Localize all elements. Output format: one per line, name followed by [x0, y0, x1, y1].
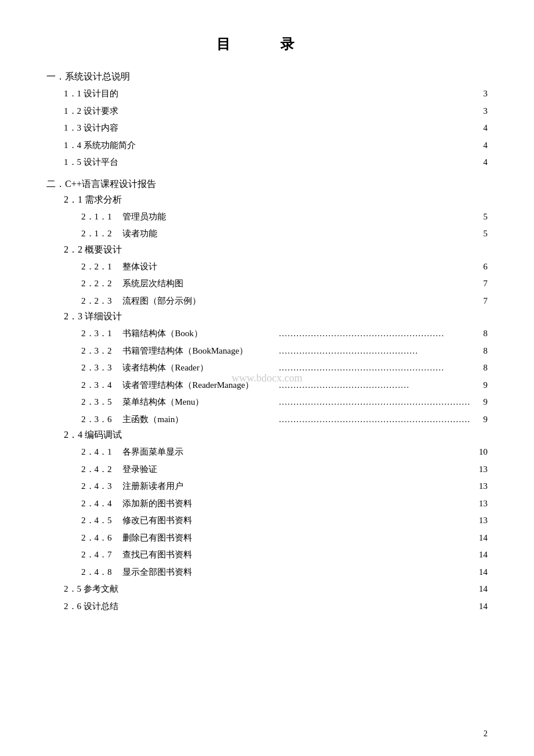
- toc-entry: 2．6 设计总结14: [46, 599, 488, 614]
- toc-entry: 2．1．2 读者功能5: [46, 226, 488, 242]
- toc-container: 一．系统设计总说明1．1 设计目的31．2 设计要求31．3 设计内容41．4 …: [46, 71, 488, 614]
- toc-entry-page: 13: [470, 479, 488, 494]
- toc-entry-label: 1．4 系统功能简介: [64, 138, 470, 153]
- toc-dots-filler: ………………………………………: [279, 378, 476, 393]
- toc-entry: 2．4．7 查找已有图书资料14: [46, 548, 488, 563]
- toc-entry-page: 6: [470, 260, 488, 275]
- toc-entry-page: 5: [470, 210, 488, 225]
- toc-entry-page: 7: [470, 276, 488, 291]
- toc-entry-label: 1．2 设计要求: [64, 104, 470, 119]
- toc-entry-label: 2．4．2 登录验证: [81, 462, 470, 477]
- toc-entry-label: 2．4．8 显示全部图书资料: [81, 565, 470, 580]
- toc-dots-page: 9: [476, 412, 488, 427]
- toc-sub-section: 2．2 概要设计: [46, 244, 488, 256]
- toc-entry: 2．4．5 修改已有图书资料13: [46, 513, 488, 528]
- toc-entry: 2．2．1 整体设计6: [46, 260, 488, 275]
- toc-entry-page: 13: [470, 513, 488, 528]
- toc-entry-page: 4: [470, 121, 488, 136]
- toc-dots-page: 8: [476, 361, 488, 376]
- toc-dots-filler: …………………………………………………: [279, 326, 476, 341]
- toc-entry-label: 2．1．1 管理员功能: [81, 210, 470, 225]
- toc-entry-page: 5: [470, 226, 488, 242]
- toc-dots-filler: …………………………………………………………: [279, 412, 476, 427]
- toc-sub-section: 2．3 详细设计: [46, 311, 488, 323]
- toc-entry-label: 2．4．6 删除已有图书资料: [81, 531, 470, 546]
- page-title: 目 录: [46, 35, 488, 53]
- toc-entry-label: 2．2．3 流程图（部分示例）: [81, 294, 470, 309]
- toc-dots-page: 8: [476, 344, 488, 359]
- toc-entry-page: 10: [470, 445, 488, 460]
- toc-entry-label: 2．4．5 修改已有图书资料: [81, 513, 470, 528]
- toc-entry-label: 2．4．7 查找已有图书资料: [81, 548, 470, 563]
- toc-entry-label: 2．2．2 系统层次结构图: [81, 276, 470, 291]
- toc-dots-page: 8: [476, 326, 488, 341]
- toc-entry-page: 14: [470, 599, 488, 614]
- toc-entry-page: 4: [470, 155, 488, 170]
- toc-dots-label: 2．3．1 书籍结构体（Book）: [81, 326, 279, 341]
- toc-entry: 1．5 设计平台4: [46, 155, 488, 170]
- toc-entry-label: 2．6 设计总结: [64, 599, 470, 614]
- toc-entry-label: 2．1．2 读者功能: [81, 226, 470, 242]
- toc-section-title: 二．C++语言课程设计报告: [46, 178, 488, 190]
- toc-section-title: 一．系统设计总说明: [46, 71, 488, 83]
- toc-dots-entry: 2．3．5 菜单结构体（Menu）…………………………………………………………9: [46, 395, 488, 410]
- toc-entry-label: 1．3 设计内容: [64, 121, 470, 136]
- toc-dots-entry: 2．3．2 书籍管理结构体（BookManage）…………………………………………: [46, 344, 488, 359]
- toc-entry-page: 14: [470, 565, 488, 580]
- page: 目 录 一．系统设计总说明1．1 设计目的31．2 设计要求31．3 设计内容4…: [0, 0, 534, 756]
- toc-dots-label: 2．3．5 菜单结构体（Menu）: [81, 395, 279, 410]
- toc-entry-page: 14: [470, 531, 488, 546]
- toc-entry-page: 4: [470, 138, 488, 153]
- toc-entry: 2．2．3 流程图（部分示例）7: [46, 294, 488, 309]
- toc-entry: 2．2．2 系统层次结构图7: [46, 276, 488, 291]
- toc-entry: 2．4．8 显示全部图书资料14: [46, 565, 488, 580]
- toc-entry: 2．4．6 删除已有图书资料14: [46, 531, 488, 546]
- toc-entry: 2．4．4 添加新的图书资料13: [46, 496, 488, 512]
- toc-entry-page: 7: [470, 294, 488, 309]
- toc-entry-page: 13: [470, 462, 488, 477]
- toc-entry-label: 1．1 设计目的: [64, 87, 470, 102]
- toc-dots-entry: 2．3．4 读者管理结构体（ReaderManage）……………………………………: [46, 378, 488, 393]
- toc-entry: 1．3 设计内容4: [46, 121, 488, 136]
- toc-entry-page: 14: [470, 582, 488, 597]
- toc-dots-filler: …………………………………………………: [279, 361, 476, 376]
- toc-entry: 2．4．3 注册新读者用户13: [46, 479, 488, 494]
- toc-entry-page: 13: [470, 496, 488, 512]
- toc-entry: 2．4．1 各界面菜单显示10: [46, 445, 488, 460]
- toc-dots-label: 2．3．4 读者管理结构体（ReaderManage）: [81, 378, 279, 393]
- toc-entry-label: 2．4．3 注册新读者用户: [81, 479, 470, 494]
- toc-entry-label: 2．5 参考文献: [64, 582, 470, 597]
- toc-entry: 1．2 设计要求3: [46, 104, 488, 119]
- toc-entry: 2．1．1 管理员功能5: [46, 210, 488, 225]
- toc-entry-page: 14: [470, 548, 488, 563]
- toc-dots-label: 2．3．6 主函数（main）: [81, 412, 279, 427]
- toc-sub-section: 2．4 编码调试: [46, 429, 488, 441]
- toc-dots-label: 2．3．2 书籍管理结构体（BookManage）: [81, 344, 279, 359]
- toc-entry: 1．4 系统功能简介4: [46, 138, 488, 153]
- toc-dots-entry: 2．3．6 主函数（main）…………………………………………………………9: [46, 412, 488, 427]
- toc-entry-label: 2．4．1 各界面菜单显示: [81, 445, 470, 460]
- toc-entry: 2．5 参考文献14: [46, 582, 488, 597]
- toc-entry-label: 2．4．4 添加新的图书资料: [81, 496, 470, 512]
- toc-entry-label: 2．2．1 整体设计: [81, 260, 470, 275]
- toc-dots-entry: 2．3．3 读者结构体（Reader）…………………………………………………8: [46, 361, 488, 376]
- toc-entry-label: 1．5 设计平台: [64, 155, 470, 170]
- toc-dots-entry: 2．3．1 书籍结构体（Book）…………………………………………………8: [46, 326, 488, 341]
- toc-dots-filler: …………………………………………………………: [279, 395, 476, 410]
- toc-entry: 1．1 设计目的3: [46, 87, 488, 102]
- toc-entry-page: 3: [470, 104, 488, 119]
- toc-entry: 2．4．2 登录验证13: [46, 462, 488, 477]
- toc-dots-label: 2．3．3 读者结构体（Reader）: [81, 361, 279, 376]
- toc-dots-page: 9: [476, 378, 488, 393]
- toc-dots-page: 9: [476, 395, 488, 410]
- toc-dots-filler: …………………………………………: [279, 344, 476, 359]
- page-number: 2: [484, 729, 488, 739]
- toc-sub-section: 2．1 需求分析: [46, 194, 488, 206]
- toc-entry-page: 3: [470, 87, 488, 102]
